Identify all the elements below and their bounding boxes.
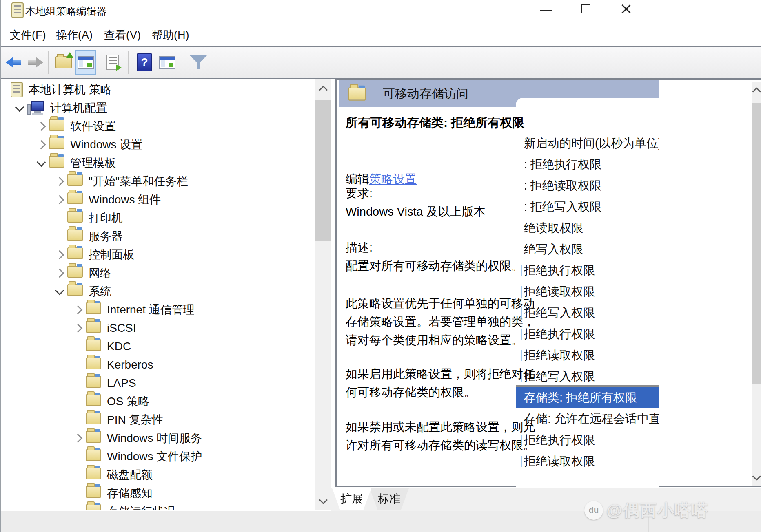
list-item[interactable]: : 拒绝执行权限	[516, 154, 659, 175]
tree-item[interactable]: 服务器	[2, 227, 314, 245]
chevron-right-icon[interactable]	[52, 190, 67, 209]
tree-item[interactable]: 控制面板	[2, 245, 314, 264]
window-title: 本地组策略编辑器	[25, 4, 107, 18]
list-item[interactable]: 拒绝读取权限	[516, 345, 659, 366]
help-icon[interactable]: ?	[134, 50, 155, 75]
tree-item-label: Kerberos	[107, 358, 153, 371]
tree-item[interactable]: 软件设置	[2, 117, 314, 135]
list-item[interactable]: 绝读取权限	[516, 218, 659, 239]
chevron-down-icon[interactable]	[33, 154, 49, 172]
list-item-label: 拒绝读取权限	[524, 453, 595, 470]
tree-item[interactable]: 存储运行状况	[2, 502, 314, 510]
title-bar: 本地组策略编辑器	[1, 0, 761, 21]
tree-item-label: 本地计算机 策略	[29, 82, 112, 97]
tree-item[interactable]: "开始"菜单和任务栏	[2, 172, 314, 190]
list-item[interactable]: 存储: 允许在远程会话中直接访问	[516, 408, 659, 430]
list-item[interactable]: 拒绝读取权限	[516, 281, 659, 302]
minimize-icon[interactable]	[540, 10, 552, 11]
list-item[interactable]: 拒绝写入权限	[516, 366, 659, 387]
tree-item[interactable]: Windows 设置	[2, 135, 314, 154]
chevron-down-icon[interactable]	[12, 99, 27, 117]
list-item[interactable]: 拒绝写入权限	[516, 302, 659, 324]
up-folder-icon[interactable]	[53, 50, 74, 75]
policy-settings-link[interactable]: 策略设置	[369, 172, 417, 185]
list-item[interactable]: 新启动的时间(以秒为单位)	[516, 133, 659, 154]
chevron-right-icon[interactable]	[70, 319, 86, 337]
tree-item-label: 系统	[89, 284, 111, 299]
tab-standard[interactable]: 标准	[370, 488, 409, 510]
chevron-right-icon[interactable]	[70, 429, 86, 447]
tree-item[interactable]: 存储感知	[2, 484, 314, 502]
scroll-down-icon[interactable]	[752, 469, 761, 486]
close-icon[interactable]	[620, 3, 632, 15]
tree-item[interactable]: iSCSI	[2, 319, 314, 337]
list-scrollbar-thumb[interactable]	[752, 103, 761, 384]
selected-policy-title: 所有可移动存储类: 拒绝所有权限	[346, 113, 524, 132]
tree-item[interactable]: Internet 通信管理	[2, 300, 314, 319]
folder-icon	[49, 137, 64, 152]
tree-item-label: LAPS	[107, 377, 136, 390]
chevron-right-icon[interactable]	[33, 117, 49, 135]
tree-item-label: 磁盘配额	[107, 467, 153, 483]
list-item[interactable]: 拒绝读取权限	[516, 451, 659, 472]
forward-icon[interactable]	[24, 50, 46, 75]
tree-scrollbar-thumb[interactable]	[315, 100, 331, 241]
chevron-right-icon[interactable]	[52, 264, 67, 282]
back-icon[interactable]	[3, 50, 24, 75]
tree-item[interactable]: 系统	[2, 282, 314, 300]
list-scrollbar[interactable]	[752, 82, 761, 486]
tree-item[interactable]: Windows 时间服务	[2, 429, 314, 447]
list-item-label: : 拒绝写入权限	[524, 199, 601, 215]
folder-icon	[67, 266, 83, 280]
chevron-right-icon[interactable]	[33, 135, 49, 154]
chevron-spacer	[52, 227, 67, 245]
chevron-down-icon[interactable]	[52, 282, 67, 300]
tab-extended[interactable]: 扩展	[332, 488, 371, 510]
list-item[interactable]: : 拒绝写入权限	[516, 196, 659, 218]
tree-item[interactable]: Windows 文件保护	[2, 447, 314, 466]
scroll-down-icon[interactable]	[315, 492, 331, 510]
clipped-setting-icon	[521, 456, 522, 467]
tree-item-label: 网络	[89, 265, 111, 281]
tree-item[interactable]: 磁盘配额	[2, 466, 314, 484]
tree-item[interactable]: OS 策略	[2, 392, 314, 411]
list-item[interactable]: 拒绝执行权限	[516, 324, 659, 345]
tree-item[interactable]: 打印机	[2, 209, 314, 227]
tree-item[interactable]: Windows 组件	[2, 190, 314, 209]
scroll-up-icon[interactable]	[315, 79, 331, 98]
tree-item[interactable]: 本地计算机 策略	[2, 80, 314, 99]
list-item-label: 拒绝执行权限	[524, 263, 595, 279]
menu-file[interactable]: 文件(F)	[7, 26, 48, 44]
tree-item-label: Windows 文件保护	[107, 449, 202, 464]
show-console-tree-icon[interactable]	[75, 50, 96, 75]
chevron-right-icon[interactable]	[52, 245, 67, 264]
tree-item-label: 管理模板	[70, 155, 116, 171]
scroll-up-icon[interactable]	[752, 82, 761, 99]
folder-icon	[49, 119, 64, 134]
maximize-icon[interactable]	[581, 4, 590, 13]
menu-help[interactable]: 帮助(H)	[149, 26, 191, 44]
tree-item[interactable]: 管理模板	[2, 154, 314, 172]
menu-view[interactable]: 查看(V)	[102, 26, 143, 44]
list-item[interactable]: 拒绝执行权限	[516, 430, 659, 451]
tree-scrollbar[interactable]	[315, 79, 331, 510]
tree-item-label: PIN 复杂性	[107, 412, 163, 428]
details-header-title: 可移动存储访问	[383, 86, 468, 102]
tree-item[interactable]: LAPS	[2, 374, 314, 392]
filter-icon[interactable]	[188, 50, 209, 75]
list-item[interactable]: 绝写入权限	[516, 239, 659, 260]
export-list-icon[interactable]	[102, 50, 123, 75]
tree-item[interactable]: KDC	[2, 337, 314, 355]
tree-item[interactable]: Kerberos	[2, 355, 314, 374]
tree-item[interactable]: 计算机配置	[2, 99, 314, 117]
new-window-icon[interactable]	[157, 50, 178, 75]
tree-item[interactable]: PIN 复杂性	[2, 411, 314, 429]
list-item[interactable]: 拒绝执行权限	[516, 260, 659, 281]
list-item[interactable]: 存储类: 拒绝所有权限	[516, 387, 659, 408]
chevron-right-icon[interactable]	[70, 300, 86, 319]
chevron-right-icon[interactable]	[52, 172, 67, 190]
edit-policy-line: 编辑策略设置	[346, 152, 417, 188]
list-item[interactable]: : 拒绝读取权限	[516, 175, 659, 196]
menu-action[interactable]: 操作(A)	[53, 26, 95, 44]
tree-item[interactable]: 网络	[2, 264, 314, 282]
